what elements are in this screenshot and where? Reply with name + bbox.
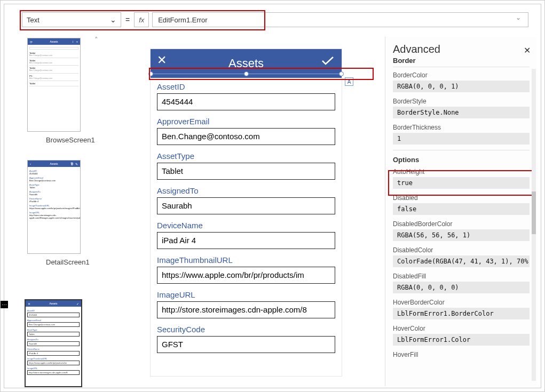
resize-handle[interactable] bbox=[244, 71, 249, 76]
prop-value[interactable]: LblFormError1.BorderColor bbox=[393, 308, 530, 319]
resize-handle[interactable] bbox=[339, 71, 344, 76]
scrollbar-track[interactable] bbox=[532, 69, 536, 381]
formula-input[interactable]: EditForm1.Error ⌄ bbox=[152, 12, 528, 27]
field-label: DeviceName bbox=[157, 221, 335, 230]
expand-formula-icon[interactable]: ⌄ bbox=[516, 14, 523, 21]
section-options: Options bbox=[393, 150, 530, 164]
prop-label: AutoHeight bbox=[393, 168, 530, 175]
prop-label: BorderStyle bbox=[393, 98, 530, 105]
field-devicename: DeviceName iPad Air 4 bbox=[157, 221, 335, 249]
canvas-edit-form[interactable]: ✕ Assets A AssetID 4545444 ApproverEmail… bbox=[150, 49, 342, 377]
prop-value[interactable]: LblFormError1.Color bbox=[393, 334, 530, 346]
resize-handle[interactable] bbox=[148, 71, 153, 76]
formula-expression: EditForm1.Error bbox=[158, 16, 207, 24]
prop-label: DisabledBorderColor bbox=[393, 220, 530, 228]
list-item: TabletBen.Change@contoso.com bbox=[29, 58, 78, 66]
prop-disabledbordercolor[interactable]: DisabledBorderColor RGBA(56, 56, 56, 1) bbox=[393, 220, 530, 241]
prop-value[interactable]: 1 bbox=[393, 133, 530, 145]
list-item: PCBen.Change@contoso.com bbox=[29, 74, 78, 81]
close-icon: ✕ bbox=[28, 302, 30, 306]
prop-label: BorderColor bbox=[393, 71, 530, 79]
form-body: AssetID 4545444 ApproverEmail Ben.Change… bbox=[151, 78, 342, 366]
thumb-title: Assets bbox=[50, 40, 58, 43]
prop-label: BorderThickness bbox=[393, 124, 530, 131]
prop-label: HoverFill bbox=[393, 351, 530, 358]
form-title: Assets bbox=[228, 57, 264, 70]
formula-bar: Text ⌄ = fx EditForm1.Error ⌄ bbox=[22, 11, 528, 28]
prop-disabledfill[interactable]: DisabledFill RGBA(0, 0, 0, 0) bbox=[393, 273, 530, 293]
prop-borderthickness[interactable]: BorderThickness 1 bbox=[393, 124, 530, 145]
field-assignedto: AssignedTo Saurabh bbox=[157, 186, 335, 214]
prop-bordercolor[interactable]: BorderColor RGBA(0, 0, 0, 1) bbox=[393, 71, 530, 92]
prop-value[interactable]: RGBA(0, 0, 0, 1) bbox=[393, 81, 530, 92]
field-input[interactable]: Ben.Change@contoso.com bbox=[157, 128, 335, 145]
add-icon: + bbox=[76, 40, 78, 43]
section-border: Border bbox=[393, 57, 530, 67]
field-input[interactable]: Saurabh bbox=[157, 197, 335, 214]
more-options-button[interactable]: ⋯ bbox=[1, 301, 8, 308]
browse-screen-label: BrowseScreen1 bbox=[46, 136, 115, 144]
close-panel-icon[interactable]: ✕ bbox=[524, 45, 531, 55]
prop-label: DisabledColor bbox=[393, 246, 530, 254]
prop-value[interactable]: RGBA(56, 56, 56, 1) bbox=[393, 229, 530, 241]
advanced-panel: Advanced ✕ Border BorderColor RGBA(0, 0,… bbox=[385, 37, 537, 386]
refresh-icon: ⟳ bbox=[30, 40, 33, 44]
delete-icon: 🗑 bbox=[70, 162, 74, 165]
back-icon: ‹ bbox=[30, 162, 31, 165]
edit-icon: ✎ bbox=[75, 162, 78, 166]
field-input[interactable]: iPad Air 4 bbox=[157, 232, 335, 249]
field-label: ImageThumbnailURL bbox=[157, 255, 335, 265]
cancel-icon[interactable]: ✕ bbox=[157, 53, 167, 67]
field-input[interactable]: http://store.storeimages.cdn-apple.com/8 bbox=[157, 301, 335, 318]
submit-icon[interactable] bbox=[321, 54, 334, 63]
prop-disabled[interactable]: Disabled false bbox=[393, 194, 530, 215]
prop-value[interactable]: true bbox=[393, 177, 530, 189]
prop-disabledcolor[interactable]: DisabledColor ColorFade(RGBA(47, 41, 43,… bbox=[393, 246, 530, 267]
field-assetid: AssetID 4545444 bbox=[157, 82, 335, 110]
field-input[interactable]: 4545444 bbox=[157, 93, 335, 110]
prop-label: Disabled bbox=[393, 194, 530, 202]
field-input[interactable]: Tablet bbox=[157, 163, 335, 180]
field-assettype: AssetType Tablet bbox=[157, 151, 335, 180]
prop-label: HoverColor bbox=[393, 325, 530, 332]
scrollbar-thumb[interactable] bbox=[532, 191, 536, 234]
field-label: AssignedTo bbox=[157, 186, 335, 195]
search-input-thumb bbox=[29, 47, 78, 50]
field-label: AssetType bbox=[157, 151, 335, 161]
field-label: ApproverEmail bbox=[157, 117, 335, 126]
prop-borderstyle[interactable]: BorderStyle BorderStyle.None bbox=[393, 98, 530, 118]
prop-value[interactable]: RGBA(0, 0, 0, 0) bbox=[393, 282, 530, 293]
prop-label: HoverBorderColor bbox=[393, 299, 530, 306]
sort-icon: ↕ bbox=[72, 40, 74, 43]
chevron-down-icon: ⌄ bbox=[110, 15, 116, 24]
prop-hovercolor[interactable]: HoverColor LblFormError1.Color bbox=[393, 325, 530, 346]
equals-label: = bbox=[124, 15, 131, 24]
prop-hoverfill[interactable]: HoverFill bbox=[393, 351, 530, 358]
edit-screen-thumb[interactable]: ✕ Assets ✓ AssetID4545444 ApproverEmailB… bbox=[25, 299, 82, 387]
check-icon: ✓ bbox=[76, 302, 79, 306]
thumb-title: Assets bbox=[50, 162, 58, 165]
advanced-title: Advanced bbox=[393, 43, 530, 55]
fx-button[interactable]: fx bbox=[134, 12, 149, 27]
field-input[interactable]: https://www.apple.com/br/pr/products/im bbox=[157, 267, 335, 284]
field-input[interactable]: GFST bbox=[157, 336, 335, 353]
field-label: ImageURL bbox=[157, 290, 335, 299]
label-type-badge: A bbox=[345, 77, 353, 86]
prop-value[interactable]: ColorFade(RGBA(47, 41, 43, 1), 70%) bbox=[393, 255, 530, 267]
prop-value[interactable]: false bbox=[393, 203, 530, 215]
field-imageurl: ImageURL http://store.storeimages.cdn-ap… bbox=[157, 290, 335, 318]
field-label: SecurityCode bbox=[157, 325, 335, 334]
list-item: TabletBen.Change@contoso.com bbox=[29, 51, 78, 58]
field-label: AssetID bbox=[157, 82, 335, 91]
thumb-title: Assets bbox=[49, 302, 57, 305]
browse-screen-thumb[interactable]: ⟳ Assets ↕ + TabletBen.Change@contoso.co… bbox=[27, 38, 115, 144]
prop-label: DisabledFill bbox=[393, 273, 530, 280]
detail-screen-thumb[interactable]: ‹ Assets 🗑 ✎ AssetID4545444 ApproverEmai… bbox=[27, 160, 115, 266]
list-item: TabletBen.Change@contoso.com bbox=[29, 66, 78, 73]
prop-autoheight[interactable]: AutoHeight true bbox=[393, 168, 530, 189]
property-selector[interactable]: Text ⌄ bbox=[22, 12, 121, 27]
selected-error-label[interactable]: A bbox=[151, 69, 342, 80]
prop-hoverbordercolor[interactable]: HoverBorderColor LblFormError1.BorderCol… bbox=[393, 299, 530, 319]
list-item: Tablet bbox=[29, 81, 78, 86]
prop-value[interactable]: BorderStyle.None bbox=[393, 107, 530, 118]
